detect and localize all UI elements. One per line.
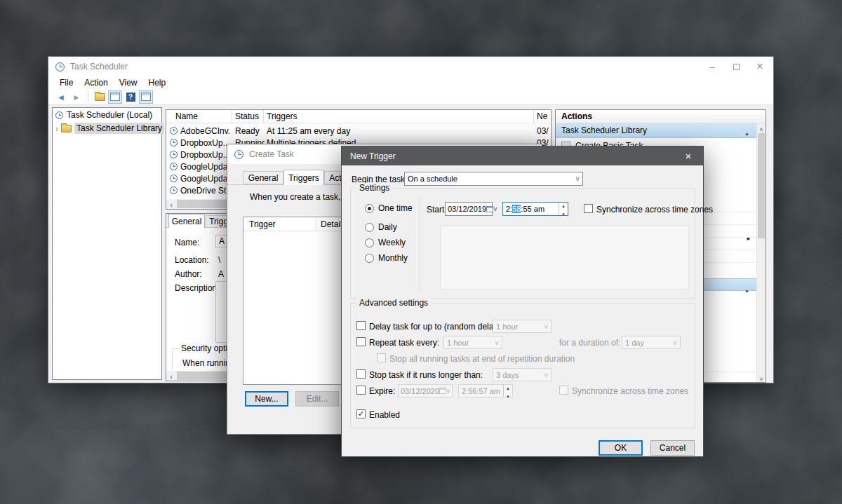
stop-all-tasks-checkbox bbox=[377, 353, 386, 362]
tree-item-local[interactable]: Task Scheduler (Local) bbox=[55, 110, 152, 120]
scroll-left-button[interactable] bbox=[166, 199, 176, 209]
maximize-button[interactable] bbox=[724, 57, 748, 76]
new-trigger-title-bar[interactable]: New Trigger bbox=[342, 147, 703, 165]
show-action-pane-button[interactable] bbox=[139, 90, 153, 104]
dropdown-arrow-icon bbox=[446, 387, 450, 395]
spin-up-icon[interactable] bbox=[562, 200, 565, 209]
column-divider[interactable] bbox=[263, 110, 264, 123]
radio-weekly[interactable]: Weekly bbox=[365, 238, 406, 247]
stop-if-longer-value: 3 days bbox=[496, 371, 519, 379]
enabled-checkbox[interactable] bbox=[356, 409, 366, 418]
menu-action[interactable]: Action bbox=[84, 78, 107, 88]
preview-name-label: Name: bbox=[175, 238, 199, 247]
sync-timezones-checkbox[interactable] bbox=[584, 204, 593, 213]
create-task-tab-triggers[interactable]: Triggers bbox=[283, 170, 324, 185]
task-triggers: At 11:25 am every day bbox=[267, 126, 532, 136]
tree-item-library-label: Task Scheduler Library bbox=[74, 123, 164, 134]
column-trigger[interactable]: Trigger bbox=[249, 219, 276, 229]
spin-down-icon[interactable] bbox=[562, 209, 565, 217]
task-row[interactable]: AdobeGCInv... Ready At 11:25 am every da… bbox=[166, 125, 551, 137]
start-date-picker[interactable]: 03/12/2019 bbox=[445, 202, 493, 216]
collapse-icon[interactable] bbox=[744, 282, 749, 295]
expire-sync-checkbox bbox=[559, 386, 568, 395]
dialog-close-button[interactable] bbox=[674, 147, 703, 165]
menu-help[interactable]: Help bbox=[149, 78, 166, 88]
repeat-task-select: 1 hour bbox=[443, 336, 502, 349]
delay-task-checkbox[interactable] bbox=[356, 321, 366, 330]
collapse-icon[interactable] bbox=[744, 128, 749, 137]
ok-button[interactable]: OK bbox=[599, 440, 643, 456]
stop-if-longer-select: 3 days bbox=[493, 368, 552, 381]
preview-description-label: Description: bbox=[175, 283, 219, 293]
column-detail[interactable]: Detail bbox=[321, 219, 342, 229]
minimize-button[interactable] bbox=[700, 57, 724, 76]
edit-trigger-button[interactable]: Edit... bbox=[295, 391, 339, 407]
scroll-up-button[interactable] bbox=[757, 123, 766, 132]
expire-checkbox[interactable] bbox=[356, 386, 366, 395]
radio-one-time-icon[interactable] bbox=[365, 204, 374, 213]
menu-view[interactable]: View bbox=[119, 78, 138, 88]
task-name: DropboxUp... bbox=[180, 150, 231, 160]
settings-group-label: Settings bbox=[356, 183, 392, 193]
begin-task-select[interactable]: On a schedule bbox=[404, 172, 583, 186]
scrollbar-thumb[interactable] bbox=[758, 133, 765, 238]
radio-monthly-icon[interactable] bbox=[365, 254, 374, 263]
schedule-options-panel bbox=[440, 225, 689, 290]
column-divider[interactable] bbox=[232, 110, 232, 123]
tree-item-library[interactable]: Task Scheduler Library bbox=[55, 122, 164, 135]
library-folder-icon bbox=[61, 125, 72, 132]
advanced-settings-group: Advanced settings Delay task for up to (… bbox=[350, 303, 695, 428]
task-clock-icon bbox=[170, 175, 178, 182]
radio-one-time[interactable]: One time bbox=[365, 203, 413, 213]
actions-header: Actions bbox=[556, 110, 766, 123]
time-spinner[interactable] bbox=[559, 203, 568, 215]
expander-icon[interactable] bbox=[55, 122, 58, 135]
task-clock-icon bbox=[170, 151, 178, 158]
column-next-run[interactable]: Ne bbox=[537, 111, 547, 121]
radio-daily-icon[interactable] bbox=[365, 223, 374, 232]
settings-divider bbox=[420, 197, 420, 291]
column-triggers[interactable]: Triggers bbox=[267, 111, 298, 121]
scroll-left-button[interactable] bbox=[166, 371, 176, 381]
column-name[interactable]: Name bbox=[175, 111, 198, 121]
start-date-value: 03/12/2019 bbox=[448, 205, 486, 213]
column-status[interactable]: Status bbox=[235, 111, 259, 121]
new-trigger-button[interactable]: New... bbox=[245, 391, 288, 407]
scroll-down-icon bbox=[759, 372, 763, 384]
close-button[interactable] bbox=[748, 57, 772, 76]
radio-monthly[interactable]: Monthly bbox=[365, 253, 408, 263]
actions-vscrollbar[interactable] bbox=[756, 123, 766, 382]
dropdown-arrow-icon bbox=[495, 339, 499, 347]
create-task-tab-general[interactable]: General bbox=[243, 171, 283, 184]
folder-icon bbox=[95, 93, 105, 101]
actions-library-section[interactable]: Task Scheduler Library bbox=[556, 123, 756, 138]
open-folder-button[interactable] bbox=[93, 90, 107, 104]
preview-tab-general[interactable]: General bbox=[168, 214, 205, 228]
stop-if-longer-checkbox[interactable] bbox=[356, 369, 366, 379]
close-icon bbox=[756, 60, 763, 73]
menu-file[interactable]: File bbox=[60, 78, 73, 88]
task-status: Ready bbox=[235, 126, 265, 136]
help-button[interactable] bbox=[123, 90, 138, 104]
spin-down-icon bbox=[507, 391, 509, 400]
delay-task-label: Delay task for up to (random delay): bbox=[369, 322, 503, 332]
radio-weekly-icon[interactable] bbox=[365, 238, 374, 247]
dropdown-arrow-icon bbox=[673, 339, 677, 347]
show-console-tree-button[interactable] bbox=[108, 90, 122, 104]
forward-arrow-icon bbox=[72, 90, 81, 103]
repeat-task-checkbox[interactable] bbox=[356, 337, 366, 346]
title-bar[interactable]: Task Scheduler bbox=[48, 57, 773, 76]
scroll-down-button[interactable] bbox=[757, 373, 766, 382]
preview-author-label: Author: bbox=[175, 269, 202, 279]
radio-daily[interactable]: Daily bbox=[365, 222, 397, 232]
desktop: { "app": { "title": "Task Scheduler", "m… bbox=[0, 0, 842, 504]
column-divider[interactable] bbox=[316, 217, 316, 231]
start-time-field[interactable]: 2:58:55 am bbox=[502, 202, 568, 216]
enabled-label: Enabled bbox=[369, 410, 400, 420]
sync-timezones-label: Synchronize across time zones bbox=[596, 205, 713, 214]
back-arrow-icon bbox=[57, 90, 65, 103]
back-button[interactable] bbox=[54, 90, 68, 104]
forward-button[interactable] bbox=[69, 90, 83, 104]
column-divider[interactable] bbox=[533, 110, 534, 123]
cancel-button[interactable]: Cancel bbox=[650, 440, 695, 456]
